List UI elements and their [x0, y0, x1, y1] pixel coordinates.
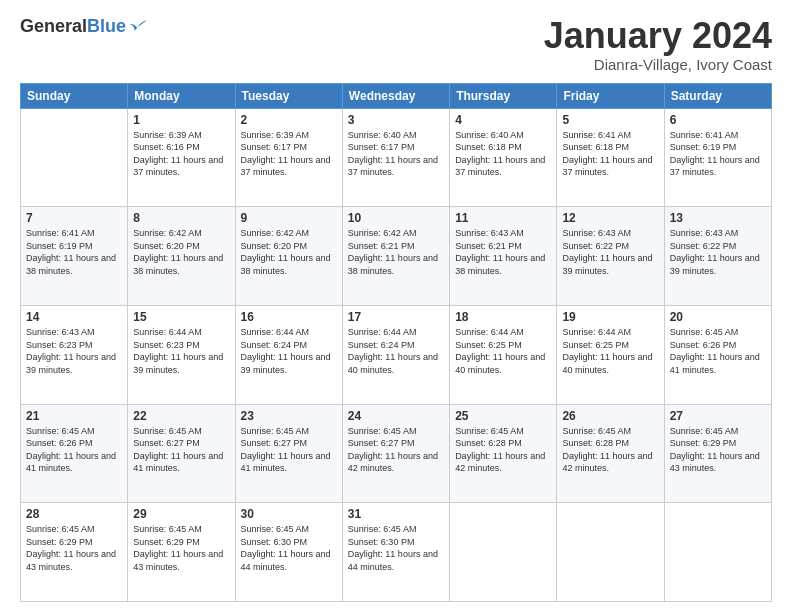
- day-number: 5: [562, 113, 658, 127]
- table-row: 14 Sunrise: 6:43 AMSunset: 6:23 PMDaylig…: [21, 305, 128, 404]
- table-row: 26 Sunrise: 6:45 AMSunset: 6:28 PMDaylig…: [557, 404, 664, 503]
- calendar-week-row: 7 Sunrise: 6:41 AMSunset: 6:19 PMDayligh…: [21, 207, 772, 306]
- day-number: 18: [455, 310, 551, 324]
- logo-bird-icon: [128, 17, 148, 37]
- col-monday: Monday: [128, 83, 235, 108]
- day-number: 28: [26, 507, 122, 521]
- day-number: 27: [670, 409, 766, 423]
- day-number: 17: [348, 310, 444, 324]
- day-number: 15: [133, 310, 229, 324]
- col-wednesday: Wednesday: [342, 83, 449, 108]
- col-tuesday: Tuesday: [235, 83, 342, 108]
- day-info: Sunrise: 6:45 AMSunset: 6:28 PMDaylight:…: [562, 425, 658, 475]
- page: GeneralBlue January 2024 Dianra-Village,…: [0, 0, 792, 612]
- day-info: Sunrise: 6:39 AMSunset: 6:16 PMDaylight:…: [133, 129, 229, 179]
- day-info: Sunrise: 6:45 AMSunset: 6:26 PMDaylight:…: [670, 326, 766, 376]
- day-number: 16: [241, 310, 337, 324]
- day-number: 10: [348, 211, 444, 225]
- table-row: 30 Sunrise: 6:45 AMSunset: 6:30 PMDaylig…: [235, 503, 342, 602]
- day-info: Sunrise: 6:45 AMSunset: 6:27 PMDaylight:…: [348, 425, 444, 475]
- table-row: 22 Sunrise: 6:45 AMSunset: 6:27 PMDaylig…: [128, 404, 235, 503]
- table-row: 16 Sunrise: 6:44 AMSunset: 6:24 PMDaylig…: [235, 305, 342, 404]
- day-info: Sunrise: 6:44 AMSunset: 6:24 PMDaylight:…: [348, 326, 444, 376]
- day-number: 4: [455, 113, 551, 127]
- table-row: 12 Sunrise: 6:43 AMSunset: 6:22 PMDaylig…: [557, 207, 664, 306]
- col-thursday: Thursday: [450, 83, 557, 108]
- day-info: Sunrise: 6:40 AMSunset: 6:17 PMDaylight:…: [348, 129, 444, 179]
- table-row: 23 Sunrise: 6:45 AMSunset: 6:27 PMDaylig…: [235, 404, 342, 503]
- table-row: 6 Sunrise: 6:41 AMSunset: 6:19 PMDayligh…: [664, 108, 771, 207]
- table-row: 2 Sunrise: 6:39 AMSunset: 6:17 PMDayligh…: [235, 108, 342, 207]
- day-number: 13: [670, 211, 766, 225]
- logo: GeneralBlue: [20, 16, 148, 37]
- day-info: Sunrise: 6:44 AMSunset: 6:24 PMDaylight:…: [241, 326, 337, 376]
- day-number: 9: [241, 211, 337, 225]
- table-row: 5 Sunrise: 6:41 AMSunset: 6:18 PMDayligh…: [557, 108, 664, 207]
- day-number: 25: [455, 409, 551, 423]
- col-saturday: Saturday: [664, 83, 771, 108]
- day-number: 20: [670, 310, 766, 324]
- day-info: Sunrise: 6:44 AMSunset: 6:23 PMDaylight:…: [133, 326, 229, 376]
- table-row: [664, 503, 771, 602]
- day-number: 29: [133, 507, 229, 521]
- table-row: 4 Sunrise: 6:40 AMSunset: 6:18 PMDayligh…: [450, 108, 557, 207]
- day-number: 8: [133, 211, 229, 225]
- day-number: 3: [348, 113, 444, 127]
- day-info: Sunrise: 6:45 AMSunset: 6:29 PMDaylight:…: [26, 523, 122, 573]
- day-number: 12: [562, 211, 658, 225]
- day-info: Sunrise: 6:42 AMSunset: 6:20 PMDaylight:…: [241, 227, 337, 277]
- day-info: Sunrise: 6:43 AMSunset: 6:23 PMDaylight:…: [26, 326, 122, 376]
- table-row: [21, 108, 128, 207]
- day-info: Sunrise: 6:45 AMSunset: 6:28 PMDaylight:…: [455, 425, 551, 475]
- calendar-week-row: 28 Sunrise: 6:45 AMSunset: 6:29 PMDaylig…: [21, 503, 772, 602]
- table-row: 8 Sunrise: 6:42 AMSunset: 6:20 PMDayligh…: [128, 207, 235, 306]
- calendar-week-row: 21 Sunrise: 6:45 AMSunset: 6:26 PMDaylig…: [21, 404, 772, 503]
- day-info: Sunrise: 6:45 AMSunset: 6:26 PMDaylight:…: [26, 425, 122, 475]
- title-block: January 2024 Dianra-Village, Ivory Coast: [544, 16, 772, 73]
- day-info: Sunrise: 6:45 AMSunset: 6:30 PMDaylight:…: [348, 523, 444, 573]
- calendar-week-row: 1 Sunrise: 6:39 AMSunset: 6:16 PMDayligh…: [21, 108, 772, 207]
- table-row: 20 Sunrise: 6:45 AMSunset: 6:26 PMDaylig…: [664, 305, 771, 404]
- table-row: 9 Sunrise: 6:42 AMSunset: 6:20 PMDayligh…: [235, 207, 342, 306]
- table-row: 1 Sunrise: 6:39 AMSunset: 6:16 PMDayligh…: [128, 108, 235, 207]
- day-info: Sunrise: 6:45 AMSunset: 6:30 PMDaylight:…: [241, 523, 337, 573]
- day-number: 6: [670, 113, 766, 127]
- day-number: 7: [26, 211, 122, 225]
- day-number: 24: [348, 409, 444, 423]
- day-number: 2: [241, 113, 337, 127]
- table-row: 19 Sunrise: 6:44 AMSunset: 6:25 PMDaylig…: [557, 305, 664, 404]
- day-number: 19: [562, 310, 658, 324]
- day-info: Sunrise: 6:42 AMSunset: 6:20 PMDaylight:…: [133, 227, 229, 277]
- col-sunday: Sunday: [21, 83, 128, 108]
- day-number: 22: [133, 409, 229, 423]
- day-info: Sunrise: 6:45 AMSunset: 6:27 PMDaylight:…: [241, 425, 337, 475]
- day-info: Sunrise: 6:43 AMSunset: 6:22 PMDaylight:…: [670, 227, 766, 277]
- col-friday: Friday: [557, 83, 664, 108]
- table-row: 11 Sunrise: 6:43 AMSunset: 6:21 PMDaylig…: [450, 207, 557, 306]
- table-row: 10 Sunrise: 6:42 AMSunset: 6:21 PMDaylig…: [342, 207, 449, 306]
- calendar-week-row: 14 Sunrise: 6:43 AMSunset: 6:23 PMDaylig…: [21, 305, 772, 404]
- table-row: 3 Sunrise: 6:40 AMSunset: 6:17 PMDayligh…: [342, 108, 449, 207]
- day-info: Sunrise: 6:44 AMSunset: 6:25 PMDaylight:…: [455, 326, 551, 376]
- table-row: [557, 503, 664, 602]
- day-number: 26: [562, 409, 658, 423]
- table-row: 31 Sunrise: 6:45 AMSunset: 6:30 PMDaylig…: [342, 503, 449, 602]
- calendar-header-row: Sunday Monday Tuesday Wednesday Thursday…: [21, 83, 772, 108]
- table-row: 29 Sunrise: 6:45 AMSunset: 6:29 PMDaylig…: [128, 503, 235, 602]
- table-row: 24 Sunrise: 6:45 AMSunset: 6:27 PMDaylig…: [342, 404, 449, 503]
- day-info: Sunrise: 6:41 AMSunset: 6:19 PMDaylight:…: [26, 227, 122, 277]
- table-row: 21 Sunrise: 6:45 AMSunset: 6:26 PMDaylig…: [21, 404, 128, 503]
- day-info: Sunrise: 6:40 AMSunset: 6:18 PMDaylight:…: [455, 129, 551, 179]
- table-row: 17 Sunrise: 6:44 AMSunset: 6:24 PMDaylig…: [342, 305, 449, 404]
- day-info: Sunrise: 6:45 AMSunset: 6:29 PMDaylight:…: [133, 523, 229, 573]
- day-info: Sunrise: 6:45 AMSunset: 6:29 PMDaylight:…: [670, 425, 766, 475]
- day-info: Sunrise: 6:39 AMSunset: 6:17 PMDaylight:…: [241, 129, 337, 179]
- day-info: Sunrise: 6:43 AMSunset: 6:21 PMDaylight:…: [455, 227, 551, 277]
- day-number: 11: [455, 211, 551, 225]
- day-number: 30: [241, 507, 337, 521]
- day-info: Sunrise: 6:44 AMSunset: 6:25 PMDaylight:…: [562, 326, 658, 376]
- table-row: 7 Sunrise: 6:41 AMSunset: 6:19 PMDayligh…: [21, 207, 128, 306]
- day-number: 23: [241, 409, 337, 423]
- day-info: Sunrise: 6:45 AMSunset: 6:27 PMDaylight:…: [133, 425, 229, 475]
- day-number: 21: [26, 409, 122, 423]
